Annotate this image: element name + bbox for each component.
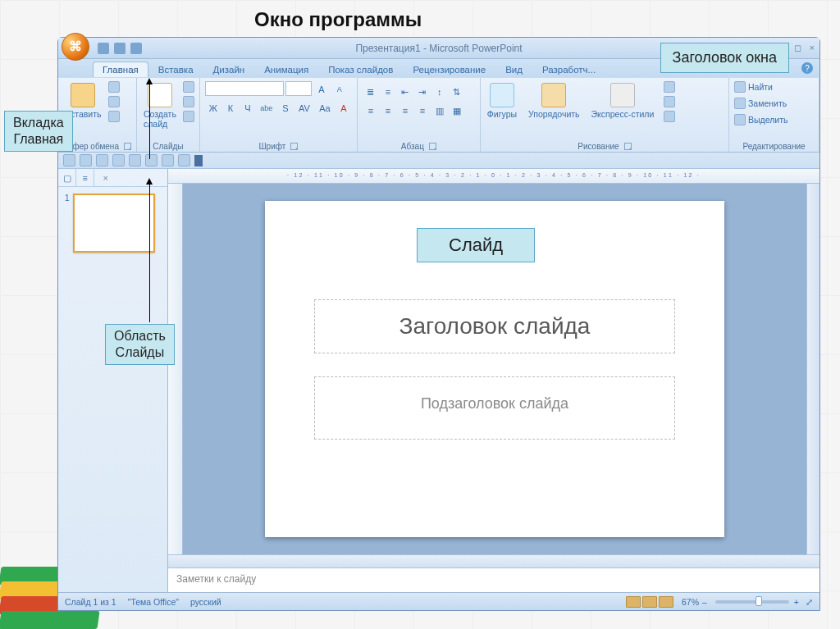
close-button[interactable]: ×: [810, 43, 815, 53]
font-launcher-icon[interactable]: [290, 143, 298, 150]
columns-button[interactable]: ▥: [431, 103, 448, 119]
fit-button[interactable]: ⤢: [806, 597, 813, 607]
tab-developer[interactable]: Разработч...: [532, 62, 605, 77]
grow-font-button[interactable]: A: [313, 81, 330, 98]
close-icon: ×: [103, 173, 108, 183]
qat-redo-icon[interactable]: [130, 43, 142, 54]
layout-button[interactable]: [183, 81, 194, 93]
decrease-indent-button[interactable]: ⇤: [397, 84, 413, 100]
notes-pane[interactable]: Заметки к слайду: [168, 567, 819, 592]
delete-slide-button[interactable]: [183, 111, 194, 122]
help-icon[interactable]: ?: [801, 62, 813, 74]
zoom-value: 67%: [682, 597, 699, 607]
copy-button[interactable]: [108, 96, 120, 107]
font-size-input[interactable]: [285, 81, 312, 96]
shape-fill-icon: [664, 81, 675, 93]
slideshow-view-button[interactable]: [659, 596, 673, 608]
zoom-in-button[interactable]: +: [794, 597, 799, 607]
shapes-button[interactable]: Фигуры: [486, 81, 518, 121]
shape-effects-icon: [664, 111, 675, 122]
normal-view-button[interactable]: [626, 596, 641, 608]
close-panel-button[interactable]: ×: [94, 169, 112, 186]
shrink-font-button[interactable]: A: [331, 81, 348, 98]
paragraph-launcher-icon[interactable]: [429, 143, 436, 150]
new-slide-button[interactable]: Создать слайд: [142, 81, 178, 130]
strike-button[interactable]: abe: [257, 100, 276, 116]
font-name-input[interactable]: [205, 81, 284, 96]
tab-review[interactable]: Рецензирование: [403, 62, 495, 77]
qat2-btn[interactable]: [112, 154, 125, 166]
status-slide-number: Слайд 1 из 1: [65, 597, 116, 607]
group-drawing: Фигуры Упорядочить Экспресс-стили Рисова…: [481, 78, 729, 152]
tab-animation[interactable]: Анимация: [254, 62, 318, 77]
office-logo-icon: ⌘: [69, 39, 82, 54]
qat-save-icon[interactable]: [98, 43, 109, 54]
slide-thumbnail[interactable]: 1: [65, 194, 161, 253]
format-painter-button[interactable]: [108, 111, 120, 122]
select-label: Выделить: [748, 115, 788, 125]
underline-button[interactable]: Ч: [240, 100, 256, 116]
tab-view[interactable]: Вид: [495, 62, 532, 77]
font-color-button[interactable]: A: [336, 100, 352, 116]
replace-label: Заменить: [748, 98, 787, 108]
shape-fill-button[interactable]: [664, 81, 675, 93]
shadow-button[interactable]: S: [277, 100, 294, 116]
zoom-slider[interactable]: [715, 600, 789, 604]
bullets-button[interactable]: ≣: [363, 84, 379, 100]
status-language[interactable]: русский: [190, 597, 221, 607]
replace-button[interactable]: Заменить: [734, 98, 814, 109]
zoom-out-button[interactable]: –: [702, 597, 707, 607]
group-drawing-label: Рисование: [578, 142, 619, 151]
slides-tab-icon[interactable]: ▢: [58, 169, 76, 186]
italic-button[interactable]: К: [222, 100, 239, 116]
zoom-knob[interactable]: [756, 596, 762, 606]
shape-effects-button[interactable]: [664, 111, 675, 122]
clipboard-launcher-icon[interactable]: [124, 143, 131, 150]
qat2-btn[interactable]: [162, 154, 174, 166]
convert-smartart-button[interactable]: ▦: [449, 103, 465, 119]
drawing-launcher-icon[interactable]: [624, 143, 632, 150]
vertical-scrollbar[interactable]: [806, 184, 819, 554]
quick-styles-button[interactable]: Экспресс-стили: [590, 81, 656, 121]
subtitle-placeholder[interactable]: Подзаголовок слайда: [314, 376, 675, 440]
qat2-btn[interactable]: [129, 154, 141, 166]
qat2-btn[interactable]: [145, 154, 158, 166]
tab-home[interactable]: Главная: [93, 62, 148, 77]
align-center-button[interactable]: ≡: [380, 103, 396, 119]
tab-slideshow[interactable]: Показ слайдов: [318, 62, 403, 77]
increase-indent-button[interactable]: ⇥: [414, 84, 431, 100]
shape-outline-button[interactable]: [664, 96, 675, 107]
maximize-button[interactable]: ◻: [794, 43, 801, 53]
qat2-btn[interactable]: [178, 154, 190, 166]
bold-button[interactable]: Ж: [205, 100, 221, 116]
char-spacing-button[interactable]: AV: [294, 100, 314, 116]
find-label: Найти: [748, 82, 773, 92]
align-left-button[interactable]: ≡: [363, 103, 379, 119]
office-button[interactable]: ⌘: [62, 33, 89, 61]
qat2-btn[interactable]: [80, 154, 92, 166]
justify-button[interactable]: ≡: [414, 103, 431, 119]
arrange-button[interactable]: Упорядочить: [527, 81, 581, 121]
qat2-btn[interactable]: [96, 154, 108, 166]
title-placeholder[interactable]: Заголовок слайда: [314, 299, 675, 353]
find-button[interactable]: Найти: [734, 81, 814, 93]
outline-tab-icon[interactable]: ≡: [76, 169, 94, 186]
select-button[interactable]: Выделить: [734, 114, 814, 125]
sorter-view-button[interactable]: [642, 596, 657, 608]
horizontal-scrollbar[interactable]: [168, 554, 819, 567]
qat-undo-icon[interactable]: [114, 43, 126, 54]
reset-button[interactable]: [183, 96, 194, 107]
text-direction-button[interactable]: ⇅: [449, 84, 465, 100]
tab-design[interactable]: Дизайн: [203, 62, 255, 77]
callout-slide: Слайд: [417, 228, 535, 262]
change-case-button[interactable]: Aa: [315, 100, 335, 116]
align-right-button[interactable]: ≡: [397, 103, 413, 119]
line-spacing-button[interactable]: ↕: [431, 84, 448, 100]
qat2-btn[interactable]: [63, 154, 75, 166]
layout-icon: [183, 81, 194, 93]
tab-insert[interactable]: Вставка: [148, 62, 203, 77]
quick-styles-icon: [610, 83, 635, 107]
numbering-button[interactable]: ≡: [380, 84, 396, 100]
select-icon: [734, 114, 746, 125]
cut-button[interactable]: [108, 81, 120, 93]
